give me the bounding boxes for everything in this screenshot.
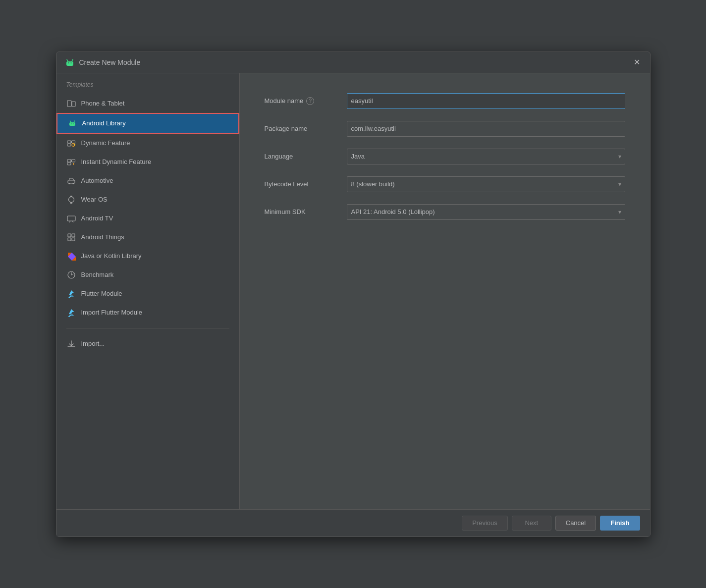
package-name-label: Package name: [265, 125, 339, 132]
sidebar-item-instant-dynamic-feature[interactable]: Instant Dynamic Feature: [56, 153, 239, 171]
svg-marker-24: [73, 162, 74, 165]
sidebar-item-android-things[interactable]: Android Things: [56, 228, 239, 247]
min-sdk-row: Minimum SDK API 21: Android 5.0 (Lollipo…: [265, 204, 625, 220]
svg-point-15: [73, 123, 74, 124]
svg-line-12: [70, 121, 71, 122]
dialog-titlebar: Create New Module ✕: [56, 52, 650, 73]
sidebar-item-android-things-label: Android Things: [81, 233, 124, 241]
cancel-button[interactable]: Cancel: [555, 516, 596, 531]
svg-rect-25: [68, 180, 75, 183]
sidebar-item-kotlin-library-label: Java or Kotlin Library: [81, 252, 142, 260]
flutter-module-icon: [66, 289, 76, 299]
dynamic-feature-icon: ⚡: [66, 138, 76, 148]
sidebar-item-import-flutter-module-label: Import Flutter Module: [81, 309, 143, 316]
sidebar-item-dynamic-feature-label: Dynamic Feature: [81, 139, 130, 147]
language-row: Language Java Kotlin ▾: [265, 149, 625, 164]
benchmark-icon: [66, 270, 76, 280]
sidebar-item-android-library[interactable]: Android Library: [56, 113, 239, 134]
android-things-icon: [66, 232, 76, 242]
sidebar-item-android-library-label: Android Library: [82, 119, 126, 127]
title-left: Create New Module: [64, 57, 141, 68]
package-name-value: com.llw.easyutil: [347, 121, 625, 137]
svg-rect-23: [71, 160, 75, 162]
sidebar-item-import-label: Import...: [81, 340, 105, 347]
svg-line-3: [67, 59, 68, 61]
svg-rect-37: [72, 238, 75, 241]
main-form-content: Module name ? Package name com.llw.easyu…: [240, 73, 650, 509]
svg-rect-22: [67, 162, 71, 165]
kotlin-library-icon: [66, 251, 76, 261]
sidebar-divider: [66, 328, 229, 328]
bytecode-row: Bytecode Level 8 (slower build) 7 6 ▾: [265, 176, 625, 192]
sidebar-item-phone-tablet[interactable]: Phone & Tablet: [56, 94, 239, 113]
sidebar-item-automotive-label: Automotive: [81, 177, 113, 184]
sidebar-item-automotive[interactable]: Automotive: [56, 171, 239, 190]
svg-rect-17: [67, 144, 71, 146]
svg-point-27: [72, 183, 74, 184]
svg-marker-45: [71, 313, 74, 316]
dialog-footer: Previous Next Cancel Finish: [56, 509, 650, 536]
svg-point-5: [68, 62, 69, 63]
sidebar: Templates Phone & Tablet: [56, 73, 240, 509]
sidebar-item-import[interactable]: Import...: [56, 334, 239, 353]
svg-rect-7: [67, 101, 71, 107]
sidebar-item-wear-os[interactable]: Wear OS: [56, 190, 239, 209]
sidebar-item-android-tv[interactable]: Android TV: [56, 209, 239, 228]
sidebar-item-dynamic-feature[interactable]: ⚡ Dynamic Feature: [56, 134, 239, 153]
sidebar-item-benchmark-label: Benchmark: [81, 271, 114, 278]
svg-point-14: [71, 123, 72, 124]
svg-point-30: [68, 197, 74, 202]
language-label: Language: [265, 153, 339, 160]
wear-os-icon: [66, 195, 76, 205]
previous-button[interactable]: Previous: [462, 516, 508, 531]
automotive-icon: [66, 176, 76, 186]
dialog-body: Templates Phone & Tablet: [56, 73, 650, 509]
sidebar-item-phone-tablet-label: Phone & Tablet: [81, 100, 125, 107]
svg-rect-8: [72, 102, 75, 107]
phone-tablet-icon: [66, 99, 76, 108]
sidebar-item-wear-os-label: Wear OS: [81, 196, 108, 203]
sidebar-item-instant-dynamic-feature-label: Instant Dynamic Feature: [81, 158, 152, 165]
svg-rect-2: [66, 61, 73, 66]
sidebar-item-kotlin-library[interactable]: Java or Kotlin Library: [56, 247, 239, 266]
sidebar-item-flutter-module-label: Flutter Module: [81, 290, 122, 297]
svg-rect-36: [68, 238, 71, 241]
create-new-module-dialog: Create New Module ✕ Templates Phone & Ta…: [56, 52, 651, 537]
android-library-icon: [67, 118, 77, 128]
language-select[interactable]: Java Kotlin: [347, 149, 625, 164]
svg-marker-43: [71, 294, 74, 297]
svg-rect-34: [68, 234, 71, 237]
min-sdk-select-wrapper: API 21: Android 5.0 (Lollipop) API 16: A…: [347, 204, 625, 220]
sidebar-item-flutter-module[interactable]: Flutter Module: [56, 284, 239, 303]
close-button[interactable]: ✕: [632, 57, 642, 67]
module-name-label: Module name ?: [265, 97, 339, 105]
svg-text:⚡: ⚡: [72, 143, 76, 147]
svg-rect-16: [67, 141, 71, 143]
android-tv-icon: [66, 214, 76, 223]
package-name-row: Package name com.llw.easyutil: [265, 121, 625, 137]
instant-dynamic-feature-icon: [66, 157, 76, 167]
dialog-title: Create New Module: [79, 58, 141, 66]
svg-rect-11: [69, 122, 75, 126]
min-sdk-select[interactable]: API 21: Android 5.0 (Lollipop) API 16: A…: [347, 204, 625, 220]
sidebar-item-import-flutter-module[interactable]: Import Flutter Module: [56, 303, 239, 322]
min-sdk-label: Minimum SDK: [265, 208, 339, 215]
module-name-row: Module name ?: [265, 93, 625, 109]
sidebar-section-label: Templates: [56, 81, 239, 94]
next-button[interactable]: Next: [512, 516, 551, 531]
language-select-wrapper: Java Kotlin ▾: [347, 149, 625, 164]
sidebar-item-android-tv-label: Android TV: [81, 214, 113, 222]
android-logo-icon: [64, 57, 75, 68]
svg-line-4: [72, 59, 73, 61]
finish-button[interactable]: Finish: [600, 516, 640, 531]
bytecode-select-wrapper: 8 (slower build) 7 6 ▾: [347, 176, 625, 192]
import-flutter-module-icon: [66, 308, 76, 318]
svg-rect-35: [72, 234, 75, 237]
sidebar-item-benchmark[interactable]: Benchmark: [56, 266, 239, 284]
module-name-input[interactable]: [347, 93, 625, 109]
svg-rect-21: [67, 160, 71, 162]
svg-line-13: [74, 121, 75, 122]
module-name-help-icon[interactable]: ?: [306, 97, 314, 105]
bytecode-select[interactable]: 8 (slower build) 7 6: [347, 176, 625, 192]
svg-point-26: [68, 183, 70, 184]
